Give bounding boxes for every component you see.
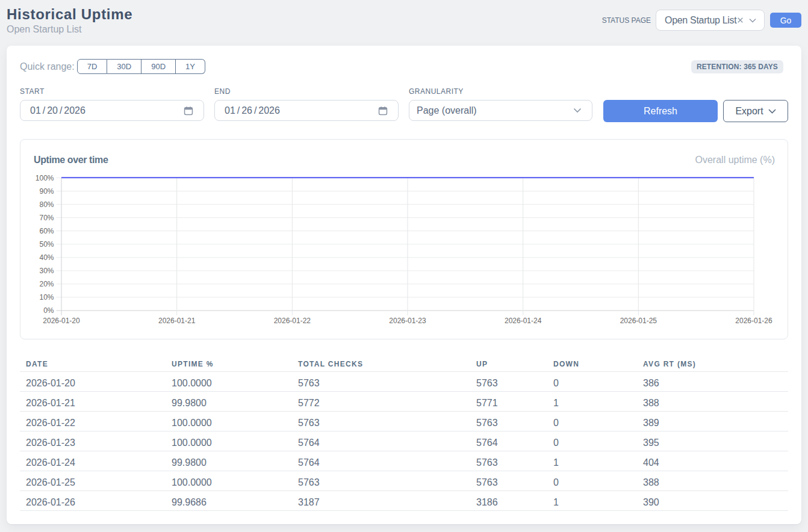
svg-text:2026-01-21: 2026-01-21 bbox=[158, 317, 196, 325]
svg-text:2026-01-20: 2026-01-20 bbox=[43, 317, 80, 325]
svg-text:90%: 90% bbox=[39, 187, 54, 196]
svg-text:2026-01-22: 2026-01-22 bbox=[274, 317, 311, 325]
svg-text:70%: 70% bbox=[39, 214, 54, 222]
svg-text:0%: 0% bbox=[43, 306, 54, 315]
svg-text:50%: 50% bbox=[39, 240, 54, 249]
svg-text:30%: 30% bbox=[39, 267, 54, 275]
svg-text:2026-01-26: 2026-01-26 bbox=[735, 317, 772, 325]
svg-text:60%: 60% bbox=[39, 227, 54, 235]
svg-text:20%: 20% bbox=[39, 280, 54, 288]
svg-text:40%: 40% bbox=[39, 253, 54, 262]
svg-text:100%: 100% bbox=[36, 174, 54, 182]
svg-text:80%: 80% bbox=[39, 200, 54, 209]
svg-text:2026-01-23: 2026-01-23 bbox=[389, 317, 426, 325]
svg-text:10%: 10% bbox=[39, 293, 54, 302]
svg-text:2026-01-25: 2026-01-25 bbox=[620, 317, 657, 325]
svg-text:2026-01-24: 2026-01-24 bbox=[505, 317, 542, 325]
